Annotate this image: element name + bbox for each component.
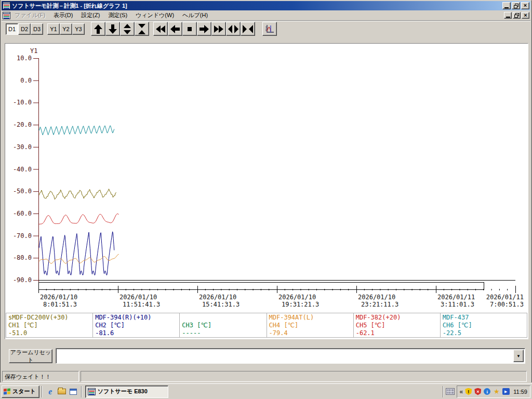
legend-channel-name xyxy=(182,314,264,322)
compress-vertical-icon xyxy=(136,23,148,35)
menu-settings[interactable]: 設定(Z) xyxy=(77,10,104,20)
scroll-range-box xyxy=(39,283,484,290)
axis-y1-button[interactable]: Y1 xyxy=(47,23,60,35)
legend-channel-name: MDF-382(+20) xyxy=(356,314,438,322)
fast-forward-button[interactable] xyxy=(211,22,226,36)
y-tick-label: -80.0 xyxy=(13,254,32,261)
x-tick-date: 2026/01/10 xyxy=(40,294,77,301)
legend-channel-label: CH6 [℃] xyxy=(443,322,525,329)
legend-channel-value: -51.0 xyxy=(8,329,90,337)
x-tick-date: 2026/01/10 xyxy=(199,294,236,301)
x-tick-time: 8:01:51.3 xyxy=(43,301,77,308)
x-tick-date: 2026/01/10 xyxy=(358,294,395,301)
legend-channel-label: CH5 [℃] xyxy=(356,322,438,329)
x-tick-time: 7:00:51.3 xyxy=(490,301,524,308)
shift-down-icon xyxy=(107,23,119,35)
expand-vertical-button[interactable] xyxy=(120,22,135,36)
shift-down-button[interactable] xyxy=(105,22,120,36)
graph-setup-button[interactable] xyxy=(262,22,277,36)
menu-window[interactable]: ウィンドウ(W) xyxy=(131,10,178,20)
legend-channel-value: -62.1 xyxy=(356,329,438,337)
legend-ch6: MDF-437CH6 [℃]-22.5 xyxy=(440,313,527,338)
system-tray: « ! × i ★ ▶ 11:59 xyxy=(457,385,530,398)
series-ch1 xyxy=(39,189,116,200)
status-message: 保存ウェイト！！ xyxy=(2,371,79,382)
combo-dropdown-button[interactable]: ▼ xyxy=(513,350,524,362)
stop-button[interactable] xyxy=(182,22,197,36)
stop-icon xyxy=(183,23,196,35)
language-keyboard-icon[interactable] xyxy=(446,388,455,395)
legend-channel-name: MDF-394(R)(+10) xyxy=(95,314,177,322)
window-title: ソフトサーモ計測－計測1 - [折れ線グラフ 1] xyxy=(12,2,501,10)
expand-vertical-icon xyxy=(121,23,134,35)
shift-up-button[interactable] xyxy=(91,22,105,36)
alarm-combobox[interactable]: ▼ xyxy=(56,348,525,364)
alarm-combobox-value xyxy=(56,349,512,363)
x-tick-time: 11:51:41.3 xyxy=(123,301,160,308)
chart-panel: Y110.00.0-10.0-20.0-30.0-40.0-50.0-60.0-… xyxy=(5,43,528,339)
start-button-label: スタート xyxy=(12,388,36,395)
taskbar-clock: 11:59 xyxy=(513,389,527,395)
menu-view[interactable]: 表示(D) xyxy=(49,10,77,20)
security-alert-icon[interactable]: ! xyxy=(464,388,472,395)
child-close-button[interactable]: × xyxy=(522,12,529,19)
security-error-icon[interactable]: × xyxy=(474,388,482,395)
x-tick-date: 2026/01/11 xyxy=(437,294,475,301)
step-right-button[interactable] xyxy=(197,22,211,36)
series-ch5 xyxy=(39,214,119,224)
menu-help[interactable]: ヘルプ(H) xyxy=(178,10,212,20)
media-player-icon[interactable]: ▶ xyxy=(502,388,510,395)
internet-explorer-icon[interactable]: e xyxy=(45,387,56,397)
close-button[interactable]: × xyxy=(521,2,529,9)
legend-channel-value: -79.4 xyxy=(269,329,351,337)
axis-y3-button[interactable]: Y3 xyxy=(72,23,85,35)
legend-channel-name: MDF-394AT(L) xyxy=(269,314,351,322)
windows-logo-icon xyxy=(4,388,11,395)
display-d2-button[interactable]: D2 xyxy=(18,23,31,35)
y-tick-label: -30.0 xyxy=(13,143,32,151)
taskbar-app-label: ソフトサーモ E830 xyxy=(98,388,148,395)
display-d3-button[interactable]: D3 xyxy=(31,23,43,35)
menu-measure[interactable]: 測定(S) xyxy=(104,10,131,20)
nav-button-group xyxy=(91,22,255,36)
graph-setup-icon xyxy=(264,24,275,34)
child-close-icon: × xyxy=(524,12,527,18)
taskbar-app-button[interactable]: ソフトサーモ E830 xyxy=(85,385,168,398)
child-restore-icon xyxy=(514,13,519,18)
display-d1-button[interactable]: D1 xyxy=(6,23,18,35)
legend-ch3: CH3 [℃]----- xyxy=(179,313,267,338)
taskbar: スタート e ソフトサーモ E830 « ! × i ★ ▶ 11:59 xyxy=(0,383,532,399)
step-left-button[interactable] xyxy=(168,22,182,36)
legend-channel-value: -22.5 xyxy=(443,329,525,337)
legend-channel-label: CH2 [℃] xyxy=(95,322,177,329)
tray-collapse-chevron[interactable]: « xyxy=(460,388,463,395)
alarm-reset-button[interactable]: アラームリセット xyxy=(9,349,52,363)
compress-horizontal-button[interactable] xyxy=(241,22,255,36)
axis-y2-button[interactable]: Y2 xyxy=(60,23,72,35)
x-tick-date: 2026/01/11 xyxy=(486,294,524,301)
legend-channel-label: CH3 [℃] xyxy=(182,322,264,329)
star-icon[interactable]: ★ xyxy=(493,388,500,395)
y-tick-label: -90.0 xyxy=(13,276,32,284)
restore-button[interactable] xyxy=(512,2,520,9)
menu-items: ファイル(F)表示(D)設定(Z)測定(S)ウィンドウ(W)ヘルプ(H) xyxy=(10,10,212,20)
app-icon xyxy=(88,388,96,395)
minimize-button[interactable] xyxy=(502,2,511,9)
legend: sMDF-DC200V(+30)CH1 [℃]-51.0MDF-394(R)(+… xyxy=(6,313,527,338)
toolbar: D1D2D3 Y1Y2Y3 xyxy=(2,20,530,37)
compress-vertical-button[interactable] xyxy=(135,22,149,36)
expand-horizontal-button[interactable] xyxy=(226,22,241,36)
info-balloon-icon[interactable]: i xyxy=(483,388,491,395)
legend-channel-label: CH1 [℃] xyxy=(8,322,90,329)
legend-channel-name: MDF-437 xyxy=(443,314,525,322)
y-tick-label: -40.0 xyxy=(13,166,32,173)
show-desktop-icon[interactable] xyxy=(68,387,78,397)
legend-ch5: MDF-382(+20)CH5 [℃]-62.1 xyxy=(353,313,441,338)
menu-file[interactable]: ファイル(F) xyxy=(10,10,49,20)
folder-icon[interactable] xyxy=(57,387,67,397)
child-restore-button[interactable] xyxy=(513,12,521,19)
start-button[interactable]: スタート xyxy=(2,385,39,398)
fast-rewind-icon xyxy=(154,23,167,35)
fast-rewind-button[interactable] xyxy=(153,22,168,36)
child-minimize-button[interactable] xyxy=(504,12,512,19)
